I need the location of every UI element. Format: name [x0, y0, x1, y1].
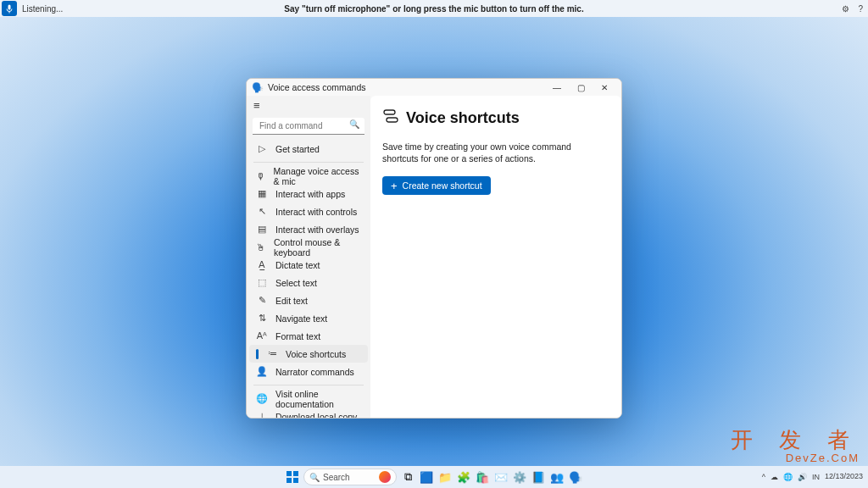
taskbar-app-7[interactable]: 👥 — [549, 469, 565, 485]
command-search-input[interactable] — [253, 118, 364, 135]
nav-label: Interact with apps — [275, 189, 345, 199]
nav-narrator-commands[interactable]: 👤Narrator commands — [247, 363, 370, 380]
voice-hint: Say "turn off microphone" or long press … — [284, 4, 583, 14]
taskbar-app-2[interactable]: 🧩 — [456, 469, 471, 485]
nav-list: ▷Get started 🎙Manage voice access & mic … — [247, 140, 370, 419]
minimize-button[interactable]: — — [545, 79, 569, 96]
tray-onedrive-icon[interactable]: ☁ — [771, 473, 778, 481]
plus-icon: + — [391, 180, 398, 191]
cursor-icon: ↖ — [256, 206, 268, 217]
nav-label: Narrator commands — [275, 367, 354, 377]
nav-interact-apps[interactable]: ▦Interact with apps — [247, 185, 370, 202]
shortcut-icon: ≔ — [266, 348, 278, 359]
taskbar-app-6[interactable]: 📘 — [531, 469, 546, 485]
nav-navigate-text[interactable]: ⇅Navigate text — [247, 309, 370, 327]
nav-label: Interact with overlays — [275, 225, 359, 235]
nav-label: Navigate text — [275, 313, 327, 324]
navigate-icon: ⇅ — [256, 313, 268, 324]
system-tray: ^ ☁ 🌐 🔊 IN 12/13/2023 — [762, 473, 863, 481]
nav-label: Voice shortcuts — [286, 349, 346, 359]
separator — [253, 385, 364, 385]
nav-interact-controls[interactable]: ↖Interact with controls — [247, 202, 370, 220]
taskbar-app-3[interactable]: 🛍️ — [475, 469, 490, 485]
nav-label: Select text — [275, 278, 317, 288]
svg-rect-0 — [8, 4, 11, 9]
titlebar[interactable]: 🗣️ Voice access commands — ▢ ✕ — [247, 79, 621, 96]
svg-rect-2 — [384, 110, 395, 114]
sidebar: ≡ 🔍 ▷Get started 🎙Manage voice access & … — [247, 96, 370, 419]
tray-ime[interactable]: IN — [812, 473, 820, 481]
nav-label: Dictate text — [275, 260, 320, 270]
svg-rect-6 — [287, 478, 292, 483]
nav-select-text[interactable]: ⬚Select text — [247, 274, 370, 291]
edit-icon: ✎ — [256, 295, 268, 306]
mic-small-icon: 🎙 — [256, 171, 265, 181]
nav-edit-text[interactable]: ✎Edit text — [247, 291, 370, 309]
taskbar-app-1[interactable]: 📁 — [437, 469, 453, 485]
nav-interact-overlays[interactable]: ▤Interact with overlays — [247, 220, 370, 238]
tray-volume-icon[interactable]: 🔊 — [798, 473, 807, 481]
maximize-button[interactable]: ▢ — [569, 79, 593, 96]
svg-rect-5 — [293, 471, 298, 476]
page-description: Save time by creating your own voice com… — [382, 141, 609, 164]
download-icon: ⭳ — [256, 412, 268, 419]
nav-label: Interact with controls — [275, 207, 357, 217]
svg-rect-4 — [287, 471, 292, 476]
hamburger-icon[interactable]: ≡ — [247, 96, 370, 115]
tray-network-icon[interactable]: 🌐 — [783, 473, 793, 481]
window-title: Voice access commands — [268, 82, 366, 92]
nav-get-started[interactable]: ▷Get started — [247, 140, 370, 158]
task-view-button[interactable]: ⧉ — [400, 469, 415, 485]
nav-dictate-text[interactable]: A̲Dictate text — [247, 256, 370, 274]
nav-label: Control mouse & keyboard — [274, 237, 364, 258]
tray-date: 12/13/2023 — [825, 473, 863, 480]
grid-icon: ▤ — [256, 224, 268, 235]
format-icon: Aᴬ — [256, 330, 268, 341]
nav-mouse-keyboard[interactable]: 🖱Control mouse & keyboard — [247, 238, 370, 256]
tray-chevron-icon[interactable]: ^ — [762, 473, 765, 481]
nav-label: Visit online documentation — [275, 389, 364, 409]
nav-label: Manage voice access & mic — [273, 166, 364, 186]
create-button-label: Create new shortcut — [403, 180, 482, 191]
voice-access-window: 🗣️ Voice access commands — ▢ ✕ ≡ 🔍 ▷Get … — [246, 78, 622, 419]
nav-format-text[interactable]: AᴬFormat text — [247, 327, 370, 345]
taskbar-app-5[interactable]: ⚙️ — [512, 469, 527, 485]
nav-manage-voice[interactable]: 🎙Manage voice access & mic — [247, 167, 370, 185]
search-icon: 🔍 — [309, 473, 320, 482]
mic-icon — [6, 4, 13, 14]
narrator-icon: 👤 — [256, 366, 268, 377]
svg-rect-3 — [387, 118, 398, 122]
play-icon: ▷ — [256, 143, 268, 154]
voice-access-bar: Listening... Say "turn off microphone" o… — [0, 0, 868, 17]
search-highlight-icon — [379, 471, 391, 483]
taskbar-app-4[interactable]: ✉️ — [493, 469, 509, 485]
taskbar-app-8[interactable]: 🗣️ — [568, 469, 583, 485]
text-icon: A̲ — [256, 259, 268, 270]
nav-label: Download local copy — [275, 412, 357, 419]
nav-label: Get started — [275, 144, 320, 154]
help-icon[interactable]: ? — [858, 4, 863, 14]
close-button[interactable]: ✕ — [593, 79, 616, 96]
select-icon: ⬚ — [256, 277, 268, 288]
app-icon: 🗣️ — [252, 81, 264, 93]
nav-download-local[interactable]: ⭳Download local copy — [247, 408, 370, 419]
nav-label: Format text — [275, 331, 320, 341]
widgets-button[interactable]: 🟦 — [419, 469, 434, 485]
gear-icon[interactable]: ⚙ — [842, 4, 849, 14]
globe-icon: 🌐 — [256, 393, 268, 404]
svg-rect-7 — [293, 478, 298, 483]
nav-voice-shortcuts[interactable]: ≔Voice shortcuts — [249, 345, 368, 363]
content-pane: Voice shortcuts Save time by creating yo… — [370, 96, 621, 419]
search-icon[interactable]: 🔍 — [349, 119, 359, 129]
watermark: 开 发 者 DevZe.CoM — [731, 425, 860, 464]
nav-online-docs[interactable]: 🌐Visit online documentation — [247, 390, 370, 408]
tray-datetime[interactable]: 12/13/2023 — [825, 473, 863, 480]
start-button[interactable] — [285, 469, 300, 485]
taskbar-search[interactable]: 🔍 Search — [303, 469, 397, 485]
apps-icon: ▦ — [256, 188, 268, 199]
create-shortcut-button[interactable]: + Create new shortcut — [382, 176, 491, 195]
taskbar: 🔍 Search ⧉ 🟦 📁 🧩 🛍️ ✉️ ⚙️ 📘 👥 🗣️ ^ ☁ 🌐 🔊… — [0, 466, 868, 488]
mic-button[interactable] — [2, 1, 17, 16]
mouse-icon: 🖱 — [256, 242, 266, 252]
search-placeholder: Search — [323, 473, 350, 482]
